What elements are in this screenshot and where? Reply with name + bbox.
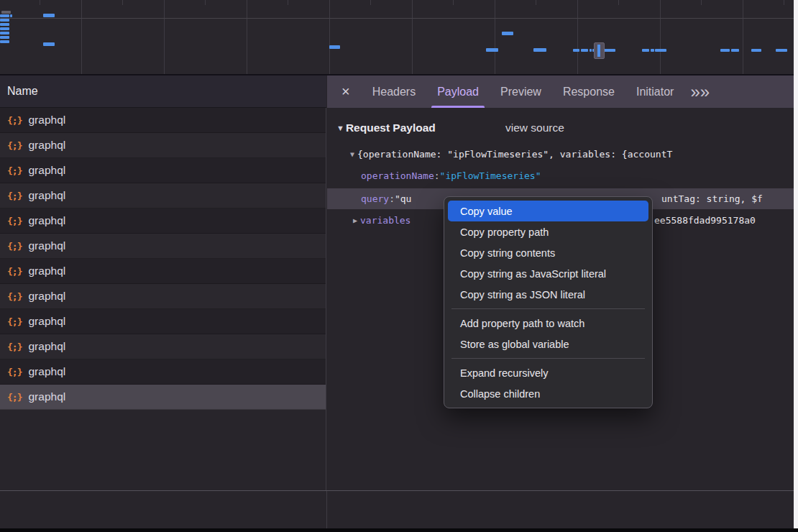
request-row[interactable]: {;}graphql <box>0 208 326 234</box>
network-overview-timeline[interactable] <box>0 0 794 75</box>
tab-payload[interactable]: Payload <box>426 75 490 108</box>
request-row[interactable]: {;}graphql <box>0 359 326 385</box>
request-name: graphql <box>28 139 65 152</box>
waterfall-bar <box>1 11 11 14</box>
json-file-icon: {;} <box>7 266 22 277</box>
view-source-link[interactable]: view source <box>505 117 564 139</box>
timeline-selected-marker-bar <box>597 45 600 57</box>
waterfall-bar <box>581 49 588 52</box>
timeline-tick <box>618 0 619 5</box>
request-row[interactable]: {;}graphql <box>0 259 326 284</box>
request-row[interactable]: {;}graphql <box>0 284 326 309</box>
request-name: graphql <box>28 390 65 403</box>
menu-item-store-as-global-variable[interactable]: Store as global variable <box>448 334 648 354</box>
key-value-separator: : <box>389 193 395 204</box>
waterfall-bar <box>642 49 649 52</box>
close-icon[interactable]: × <box>327 84 362 100</box>
timeline-gridline <box>577 0 578 74</box>
request-name: graphql <box>28 239 65 252</box>
waterfall-bar <box>573 49 579 52</box>
property-key: variables <box>360 215 411 226</box>
payload-preview-row[interactable]: ▼ {operationName: "ipFlowTimeseries", va… <box>327 144 794 165</box>
menu-item-collapse-children[interactable]: Collapse children <box>448 383 648 404</box>
tab-preview[interactable]: Preview <box>490 75 552 108</box>
waterfall-bar <box>0 32 9 35</box>
request-name: graphql <box>28 290 65 303</box>
menu-divider <box>451 358 645 359</box>
waterfall-bar <box>590 49 592 52</box>
request-row[interactable]: {;}graphql <box>0 133 326 158</box>
menu-item-copy-property-path[interactable]: Copy property path <box>448 221 648 242</box>
json-file-icon: {;} <box>7 392 22 403</box>
tree-expand-caret-icon[interactable]: ▼ <box>347 150 357 158</box>
timeline-tick <box>40 0 40 5</box>
timeline-tick <box>536 0 536 5</box>
property-key: query <box>361 193 389 204</box>
request-row[interactable]: {;}graphql <box>0 334 326 359</box>
request-name: graphql <box>28 189 65 202</box>
waterfall-bar <box>486 48 498 52</box>
request-payload-section-header[interactable]: ▼ Request Payload <box>336 117 436 139</box>
request-row[interactable]: {;}graphql <box>0 234 326 259</box>
summary-footer <box>0 491 794 528</box>
tree-collapsed-caret-icon[interactable]: ▶ <box>350 216 360 224</box>
timeline-gridline <box>247 0 247 74</box>
variables-preview-fragment: ee5588fdad995178a0 <box>654 210 756 231</box>
tab-response[interactable]: Response <box>552 75 625 108</box>
waterfall-bar <box>0 19 9 22</box>
waterfall-bar <box>651 49 654 52</box>
waterfall-bar <box>0 27 9 30</box>
timeline-tick <box>122 0 123 5</box>
waterfall-bar <box>0 36 9 39</box>
json-file-icon: {;} <box>7 115 22 126</box>
panel-divider <box>326 491 327 528</box>
request-row[interactable]: {;}graphql <box>0 183 326 208</box>
name-column-header[interactable]: Name <box>0 75 326 108</box>
menu-item-copy-string-as-javascript-literal[interactable]: Copy string as JavaScript literal <box>448 263 648 284</box>
request-row[interactable]: {;}graphql <box>0 385 326 410</box>
payload-preview-text: {operationName: "ipFlowTimeseries", vari… <box>357 149 672 160</box>
details-tab-bar: × HeadersPayloadPreviewResponseInitiator… <box>327 75 794 108</box>
operation-name-row[interactable]: operationName: "ipFlowTimeseries" <box>327 165 794 186</box>
waterfall-bar <box>0 23 9 26</box>
timeline-gridline <box>81 0 82 74</box>
timeline-tick <box>370 0 371 5</box>
waterfall-bar <box>776 49 787 52</box>
json-file-icon: {;} <box>7 216 22 226</box>
request-name: graphql <box>28 114 65 127</box>
menu-item-add-property-path-to-watch[interactable]: Add property path to watch <box>448 313 648 334</box>
timeline-gridline <box>660 0 661 74</box>
timeline-gridline <box>412 0 413 74</box>
request-list: {;}graphql{;}graphql{;}graphql{;}graphql… <box>0 108 326 490</box>
menu-item-copy-string-as-json-literal[interactable]: Copy string as JSON literal <box>448 284 648 305</box>
request-name: graphql <box>28 164 65 177</box>
section-collapse-caret-icon[interactable]: ▼ <box>336 124 344 132</box>
property-key: operationName <box>361 170 434 181</box>
json-file-icon: {;} <box>7 367 22 377</box>
waterfall-bar <box>751 49 761 52</box>
key-value-separator: : <box>434 170 440 181</box>
menu-item-copy-value[interactable]: Copy value <box>448 201 648 221</box>
json-file-icon: {;} <box>7 291 22 302</box>
waterfall-bar <box>43 14 55 17</box>
request-row[interactable]: {;}graphql <box>0 158 326 183</box>
menu-item-expand-recursively[interactable]: Expand recursively <box>448 362 648 383</box>
devtools-network-panel: Name × HeadersPayloadPreviewResponseInit… <box>0 0 798 532</box>
waterfall-bar <box>10 14 12 17</box>
tab-headers[interactable]: Headers <box>362 75 426 108</box>
more-tabs-icon[interactable]: »» <box>690 75 710 108</box>
section-title: Request Payload <box>346 121 436 134</box>
timeline-selected-marker[interactable] <box>594 42 605 59</box>
waterfall-bar <box>502 32 513 35</box>
request-row[interactable]: {;}graphql <box>0 108 326 133</box>
timeline-tick <box>701 0 702 5</box>
request-name: graphql <box>28 265 65 278</box>
tab-initiator[interactable]: Initiator <box>625 75 684 108</box>
property-value: "ipFlowTimeseries" <box>440 170 541 181</box>
property-value-left-fragment: "qu <box>395 193 411 204</box>
waterfall-bar <box>533 48 546 52</box>
request-row[interactable]: {;}graphql <box>0 309 326 334</box>
request-name: graphql <box>28 315 65 328</box>
json-file-icon: {;} <box>7 140 22 151</box>
menu-item-copy-string-contents[interactable]: Copy string contents <box>448 242 648 263</box>
